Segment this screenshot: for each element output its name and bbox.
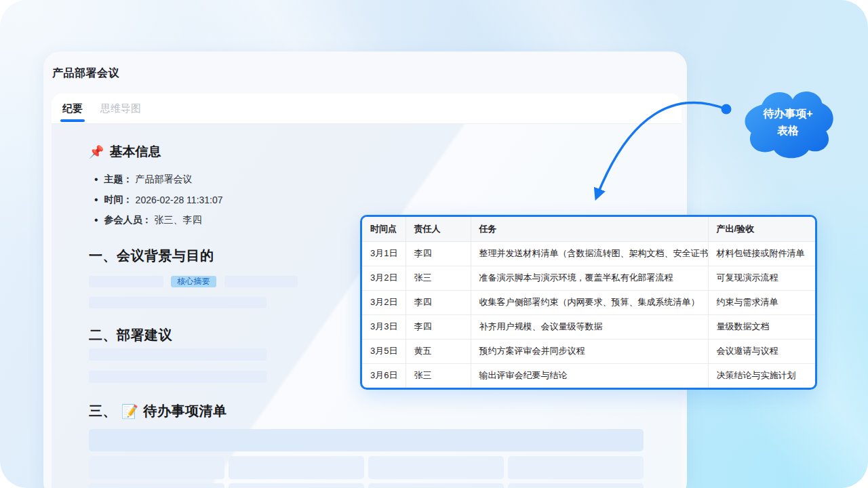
active-tab-underline [60, 119, 85, 122]
table-cell: 张三 [406, 266, 471, 290]
skeleton-bar [89, 297, 267, 308]
table-header-cell: 任务 [471, 217, 708, 241]
skeleton-cell [89, 483, 224, 488]
skeleton-bar [89, 348, 267, 361]
table-cell: 3月6日 [362, 363, 406, 388]
todo-heading-text: 待办事项清单 [143, 402, 226, 420]
table-header-row: 时间点责任人任务产出/验收 [362, 217, 815, 241]
table-row: 3月1日李四整理并发送材料清单（含数据流转图、架构文档、安全证书）材料包链接或附… [362, 241, 815, 266]
skeleton-cell [368, 483, 504, 488]
table-row: 3月5日黄五预约方案评审会并同步议程会议邀请与议程 [362, 339, 815, 363]
table-cell: 预约方案评审会并同步议程 [471, 339, 708, 363]
table-cell: 3月2日 [362, 266, 406, 290]
todo-table[interactable]: 时间点责任人任务产出/验收 3月1日李四整理并发送材料清单（含数据流转图、架构文… [360, 215, 817, 390]
table-cell: 李四 [406, 314, 471, 339]
skeleton-cell [508, 456, 644, 479]
table-cell: 材料包链接或附件清单 [708, 241, 815, 266]
time-value: 2026-02-28 11:31:07 [136, 195, 223, 205]
topic-value: 产品部署会议 [136, 174, 193, 186]
callout-line1: 待办事项+ [763, 106, 812, 123]
skeleton-cell [229, 456, 364, 479]
table-cell: 收集客户侧部署约束（内网要求、预算、集成系统清单） [471, 290, 708, 314]
page-title: 产品部署会议 [52, 66, 119, 81]
table-cell: 量级数据文档 [708, 314, 815, 339]
list-item-time: 时间： 2026-02-28 11:31:07 [94, 190, 682, 210]
table-cell: 3月3日 [362, 314, 406, 339]
table-cell: 3月5日 [362, 339, 406, 363]
table-cell: 约束与需求清单 [708, 290, 815, 314]
attendees-label: 参会人员： [104, 214, 152, 226]
topic-label: 主题： [104, 174, 133, 186]
skeleton-table-row [89, 456, 682, 479]
table-cell: 可复现演示流程 [708, 266, 815, 290]
basic-info-title: 基本信息 [109, 143, 161, 161]
skeleton-bar [89, 371, 267, 383]
tab-mindmap-label: 思维导图 [100, 102, 141, 115]
tab-minutes[interactable]: 纪要 [62, 94, 83, 124]
table-header-cell: 产出/验收 [708, 217, 815, 241]
table-cell: 决策结论与实施计划 [708, 363, 815, 388]
tab-bar: 纪要 思维导图 [52, 94, 682, 124]
table-row: 3月2日李四收集客户侧部署约束（内网要求、预算、集成系统清单）约束与需求清单 [362, 290, 815, 314]
skeleton-cell [368, 456, 504, 479]
skeleton-bar [224, 276, 298, 287]
callout-line2: 表格 [777, 123, 799, 140]
skeleton-bar [89, 276, 163, 287]
skeleton-cell [89, 456, 224, 479]
table-cell: 李四 [406, 290, 471, 314]
table-cell: 3月1日 [362, 241, 406, 266]
todo-heading-prefix: 三、 [89, 402, 117, 420]
skeleton-cell [508, 483, 644, 488]
page-background: 产品部署会议 纪要 思维导图 📌 基本信息 主题： [0, 0, 868, 488]
table-cell: 整理并发送材料清单（含数据流转图、架构文档、安全证书） [471, 241, 708, 266]
table-cell: 张三 [406, 363, 471, 388]
core-summary-chip: 核心摘要 [171, 276, 216, 287]
table-header-cell: 责任人 [406, 217, 471, 241]
tab-mindmap[interactable]: 思维导图 [100, 94, 141, 124]
callout-text: 待办事项+ 表格 [738, 81, 838, 163]
table-header-cell: 时间点 [362, 217, 406, 241]
table-cell: 会议邀请与议程 [708, 339, 815, 363]
basic-info-heading: 📌 基本信息 [89, 143, 682, 161]
table-cell: 准备演示脚本与演示环境，覆盖半私有化部署流程 [471, 266, 708, 290]
table-row: 3月2日张三准备演示脚本与演示环境，覆盖半私有化部署流程可复现演示流程 [362, 266, 815, 290]
table-row: 3月6日张三输出评审会纪要与结论决策结论与实施计划 [362, 363, 815, 388]
skeleton-table-header [89, 429, 644, 451]
table-row: 3月3日李四补齐用户规模、会议量级等数据量级数据文档 [362, 314, 815, 339]
section-todo-heading: 三、 📝 待办事项清单 [89, 402, 682, 420]
skeleton-table-row [89, 483, 682, 488]
pushpin-icon: 📌 [89, 144, 104, 159]
skeleton-cell [229, 483, 364, 488]
table-cell: 3月2日 [362, 290, 406, 314]
memo-icon: 📝 [121, 403, 138, 420]
attendees-value: 张三、李四 [155, 214, 202, 226]
time-label: 时间： [104, 194, 133, 206]
table-cell: 补齐用户规模、会议量级等数据 [471, 314, 708, 339]
callout-badge: 待办事项+ 表格 [738, 81, 838, 163]
table-cell: 李四 [406, 241, 471, 266]
todo-table-grid: 时间点责任人任务产出/验收 3月1日李四整理并发送材料清单（含数据流转图、架构文… [362, 217, 815, 388]
list-item-topic: 主题： 产品部署会议 [94, 169, 682, 190]
table-cell: 输出评审会纪要与结论 [471, 363, 708, 388]
tab-minutes-label: 纪要 [62, 102, 83, 115]
table-cell: 黄五 [406, 339, 471, 363]
